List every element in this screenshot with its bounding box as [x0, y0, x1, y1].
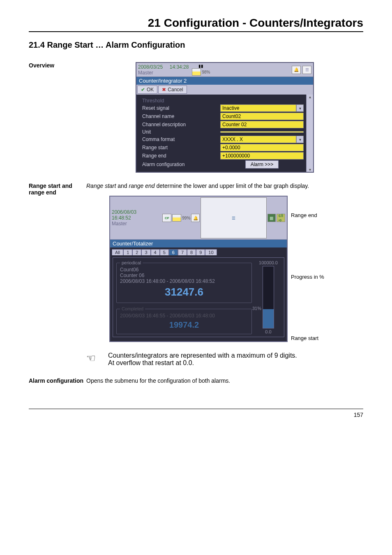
tab-7[interactable]: 7 [178, 249, 187, 255]
overview-label: Overview [29, 62, 86, 173]
unit-label: Unit [142, 129, 220, 135]
storage-progress-icon [172, 214, 181, 222]
section-heading: 21.4 Range Start … Alarm Configuration [29, 40, 363, 50]
dlg-pct: 98% [202, 70, 210, 74]
dlg-scrollbar[interactable]: ▴ ▾ [306, 95, 313, 172]
completed-value: 19974.2 [120, 320, 248, 330]
viz-time: 16:48:52 [112, 215, 131, 221]
cf-card-icon: CF [162, 214, 171, 222]
comma-format-label: Comma format [142, 136, 220, 142]
page-icon[interactable]: ☰ [302, 66, 311, 74]
completed-legend: Completed [120, 306, 145, 311]
callout-range-end: Range end [291, 212, 340, 218]
tab-8[interactable]: 8 [187, 249, 196, 255]
periodical-panel: periodical Count06 Counter 06 2006/08/03… [116, 260, 252, 303]
range-end-label: Range end [142, 153, 220, 159]
alarm-config-label: Alarm configuration [142, 162, 220, 167]
tabs: All12345678910 [110, 247, 287, 255]
viz-subtitle: Counter/Totalizer [110, 240, 287, 247]
completed-range: 2006/08/03 16:46:55 - 2006/08/03 16:48:0… [120, 313, 248, 319]
note-line-2: At overflow that restart at 0.0. [108, 359, 297, 367]
dlg-time: 14:34:28 [170, 64, 189, 70]
periodical-value: 31247.6 [120, 286, 248, 298]
ok-label: OK [147, 87, 154, 92]
chevron-down-icon[interactable]: ▾ [296, 104, 304, 112]
periodical-legend: periodical [120, 260, 143, 265]
forward-icon[interactable]: c/i➪ [277, 214, 285, 222]
note-text: Counters/integrators are represented wit… [108, 352, 297, 367]
bargraph-fill [263, 309, 274, 328]
channel-desc-label: Channel description [142, 122, 220, 127]
x-icon: ✖ [162, 87, 166, 92]
bar-top-label: 100000.0 [259, 260, 278, 265]
channel-name-label: Channel name [142, 113, 220, 119]
bar-mid-label: 31% [252, 306, 261, 311]
tab-10[interactable]: 10 [205, 249, 217, 255]
bar-bottom-label: 0.0 [265, 329, 271, 334]
tab-6[interactable]: 6 [169, 249, 178, 255]
range-start-label: Range start [142, 145, 220, 150]
range-end-value[interactable]: +100000000 [220, 152, 304, 160]
page-number: 157 [29, 409, 363, 418]
range-text-suffix: determine the lower and upper limit of t… [155, 183, 309, 189]
alarm-paragraph-text: Opens the submenu for the configuration … [86, 377, 363, 384]
callout-progress: Progress in % [291, 274, 340, 280]
bell-icon[interactable]: 🔔 [292, 66, 301, 74]
tab-1[interactable]: 1 [123, 249, 132, 255]
tab-4[interactable]: 4 [151, 249, 160, 255]
bargraph: 31% [263, 266, 274, 328]
reset-signal-label: Reset signal [142, 105, 220, 111]
scroll-up-icon[interactable]: ▴ [309, 95, 311, 99]
alarm-paragraph-label: Alarm configuration [29, 377, 86, 384]
page-icon[interactable]: ☰ [201, 197, 267, 238]
viz-date: 2006/08/03 [112, 209, 136, 215]
bell-icon[interactable]: 🔔 [191, 214, 200, 222]
chevron-down-icon[interactable]: ▾ [296, 136, 304, 143]
threshold-label: Threshold [142, 98, 220, 104]
viz-master: Master [112, 221, 159, 227]
channel-desc-value[interactable]: Counter 02 [220, 121, 304, 128]
cancel-button[interactable]: ✖ Cancel [158, 86, 187, 94]
cancel-label: Cancel [168, 87, 183, 92]
range-start-value[interactable]: +0.0000 [220, 144, 304, 151]
channel-name-value[interactable]: Count02 [220, 113, 304, 120]
periodical-range: 2006/08/03 16:48:00 - 2006/08/03 16:48:5… [120, 278, 248, 284]
pointing-hand-icon: ☞ [86, 352, 96, 365]
dlg-master: Master [138, 70, 189, 76]
storage-progress-icon [192, 68, 201, 76]
completed-panel: Completed 2006/08/03 16:46:55 - 2006/08/… [116, 306, 252, 334]
range-italic-2: range end [129, 183, 155, 189]
chip-icon[interactable]: ▦ [267, 214, 276, 222]
scroll-down-icon[interactable]: ▾ [309, 167, 311, 172]
tab-3[interactable]: 3 [141, 249, 150, 255]
reset-signal-value[interactable]: Inactive [220, 104, 296, 112]
range-paragraph-text: Range start and range end determine the … [86, 183, 363, 189]
tab-9[interactable]: 9 [196, 249, 205, 255]
tab-5[interactable]: 5 [160, 249, 169, 255]
callout-range-start: Range start [291, 335, 340, 341]
dlg-date: 2008/03/25 [138, 64, 163, 70]
alarm-config-button[interactable]: Alarm >>> [245, 160, 279, 169]
counter-totalizer-view: 2006/08/03 16:48:52 Master CF 99% [109, 196, 288, 342]
callout-labels: Range end Progress in % Range start [291, 196, 340, 342]
viz-pct: 99% [182, 216, 190, 220]
range-paragraph-label: Range start and range end [29, 183, 86, 342]
chapter-divider [29, 31, 363, 32]
tab-2[interactable]: 2 [132, 249, 141, 255]
dlg-subtitle: Counter/Integrator 2 [136, 77, 313, 85]
unit-value[interactable] [220, 131, 304, 133]
check-icon: ✔ [141, 87, 145, 92]
battery-icon: ▮▮ [198, 64, 203, 68]
config-dialog: 2008/03/25 14:34:28 Master ▮▮ 98% [136, 62, 314, 173]
range-italic-1: Range start [86, 183, 116, 189]
tab-All[interactable]: All [112, 249, 123, 255]
note-line-1: Counters/integrators are represented wit… [108, 352, 297, 359]
periodical-desc: Counter 06 [120, 273, 248, 278]
periodical-name: Count06 [120, 267, 248, 273]
range-text-mid: and [116, 183, 129, 189]
ok-button[interactable]: ✔ OK [137, 86, 157, 94]
chapter-title: 21 Configuration - Counters/Integrators [29, 16, 363, 30]
comma-format-value[interactable]: XXXX . X [220, 136, 296, 143]
